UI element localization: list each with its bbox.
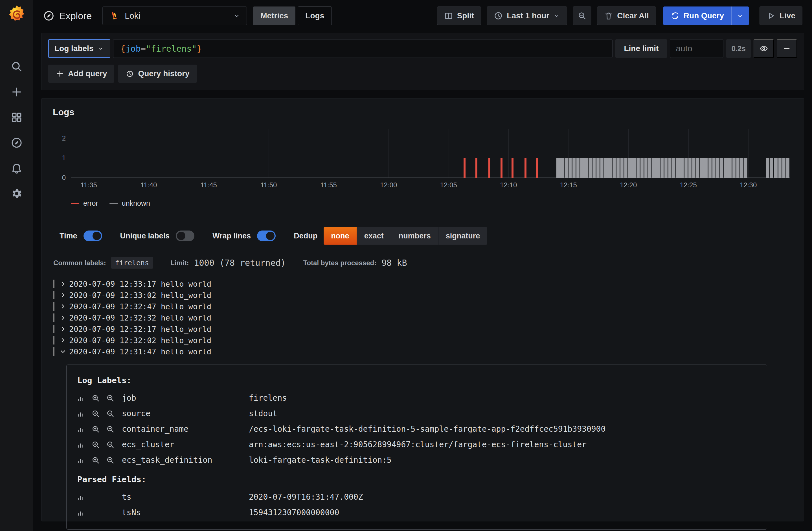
histogram-bar-unknown[interactable] <box>652 158 655 178</box>
histogram-bar-unknown[interactable] <box>576 158 580 178</box>
live-button[interactable]: Live <box>759 6 802 25</box>
stats-icon[interactable] <box>77 410 85 418</box>
histogram-bar-error[interactable] <box>511 158 513 178</box>
logs-histogram[interactable]: 11:3511:4011:4511:5011:5512:0012:0512:10… <box>53 129 793 191</box>
histogram-bar-unknown[interactable] <box>620 158 624 178</box>
histogram-bar-unknown[interactable] <box>692 158 695 178</box>
histogram-bar-error[interactable] <box>475 158 477 178</box>
grafana-logo[interactable] <box>8 4 26 23</box>
log-row[interactable]: 2020-07-09 12:32:47 hello_world <box>53 301 793 312</box>
query-history-button[interactable]: Query history <box>118 64 197 83</box>
time-range-picker[interactable]: Last 1 hour <box>487 6 567 25</box>
histogram-bar-unknown[interactable] <box>728 158 731 178</box>
histogram-bar-unknown[interactable] <box>712 158 715 178</box>
histogram-bar-unknown[interactable] <box>786 158 789 178</box>
tab-metrics[interactable]: Metrics <box>253 6 295 25</box>
histogram-bar-unknown[interactable] <box>572 158 576 178</box>
clear-all-button[interactable]: Clear All <box>597 6 656 25</box>
histogram-bar-unknown[interactable] <box>612 158 615 178</box>
histogram-bar-unknown[interactable] <box>782 158 785 178</box>
log-row[interactable]: 2020-07-09 12:32:02 hello_world <box>53 335 793 346</box>
histogram-bar-unknown[interactable] <box>624 158 627 178</box>
histogram-bar-unknown[interactable] <box>680 158 683 178</box>
remove-query-button[interactable] <box>777 39 797 58</box>
histogram-bar-unknown[interactable] <box>720 158 723 178</box>
toggle-unique-labels[interactable] <box>176 230 194 241</box>
histogram-bar-unknown[interactable] <box>740 158 743 178</box>
log-row[interactable]: 2020-07-09 12:32:32 hello_world <box>53 312 793 323</box>
histogram-bar-unknown[interactable] <box>593 158 596 178</box>
histogram-bar-unknown[interactable] <box>733 158 736 178</box>
stats-icon[interactable] <box>77 456 85 464</box>
filter-for-label-icon[interactable] <box>91 425 100 433</box>
histogram-bar-unknown[interactable] <box>600 158 604 178</box>
histogram-bar-error[interactable] <box>488 158 490 178</box>
stats-icon[interactable] <box>77 394 85 402</box>
histogram-bar-unknown[interactable] <box>770 158 773 178</box>
disable-query-button[interactable] <box>754 39 774 58</box>
toggle-time[interactable] <box>84 230 102 241</box>
histogram-bar-unknown[interactable] <box>589 158 592 178</box>
filter-for-label-icon[interactable] <box>91 394 100 402</box>
sidebar-item-explore[interactable] <box>11 137 23 149</box>
histogram-bar-unknown[interactable] <box>684 158 687 178</box>
histogram-bar-unknown[interactable] <box>584 158 588 178</box>
histogram-bar-unknown[interactable] <box>661 158 664 178</box>
histogram-bar-error[interactable] <box>524 158 526 178</box>
histogram-bar-unknown[interactable] <box>676 158 679 178</box>
run-query-button[interactable]: Run Query <box>663 6 749 25</box>
histogram-bar-unknown[interactable] <box>568 158 571 178</box>
histogram-bar-unknown[interactable] <box>744 158 748 178</box>
histogram-bar-unknown[interactable] <box>700 158 704 178</box>
log-labels-button[interactable]: Log labels <box>48 39 110 58</box>
histogram-bar-unknown[interactable] <box>560 158 563 178</box>
run-query-main[interactable]: Run Query <box>663 6 731 25</box>
histogram-bar-unknown[interactable] <box>632 158 635 178</box>
histogram-bar-unknown[interactable] <box>608 158 611 178</box>
histogram-bar-unknown[interactable] <box>766 158 769 178</box>
histogram-bar-unknown[interactable] <box>668 158 671 178</box>
dedup-option-none[interactable]: none <box>324 227 357 245</box>
histogram-bar-unknown[interactable] <box>580 158 583 178</box>
dedup-option-exact[interactable]: exact <box>357 227 391 245</box>
dedup-option-signature[interactable]: signature <box>438 227 488 245</box>
histogram-bar-unknown[interactable] <box>604 158 607 178</box>
toggle-wrap-lines[interactable] <box>257 230 276 241</box>
histogram-bar-unknown[interactable] <box>672 158 676 178</box>
histogram-bar-unknown[interactable] <box>688 158 692 178</box>
datasource-picker[interactable]: Loki <box>102 6 247 25</box>
histogram-bar-unknown[interactable] <box>617 158 620 178</box>
stats-icon[interactable] <box>77 493 85 501</box>
filter-for-label-icon[interactable] <box>91 456 100 464</box>
log-row[interactable]: 2020-07-09 12:33:17 hello_world <box>53 278 793 289</box>
filter-out-label-icon[interactable] <box>106 410 115 418</box>
zoom-out-button[interactable] <box>573 6 591 25</box>
filter-out-label-icon[interactable] <box>106 441 115 449</box>
log-row[interactable]: 2020-07-09 12:31:47 hello_world <box>53 346 793 357</box>
histogram-bar-unknown[interactable] <box>716 158 720 178</box>
stats-icon[interactable] <box>77 508 85 517</box>
filter-out-label-icon[interactable] <box>106 456 115 464</box>
sidebar-item-dashboards[interactable] <box>11 111 23 124</box>
histogram-bar-unknown[interactable] <box>596 158 599 178</box>
histogram-bar-error[interactable] <box>464 158 465 178</box>
histogram-bar-unknown[interactable] <box>565 158 568 178</box>
histogram-bar-unknown[interactable] <box>656 158 659 178</box>
histogram-bar-unknown[interactable] <box>556 158 560 178</box>
histogram-bar-unknown[interactable] <box>724 158 727 178</box>
histogram-bar-unknown[interactable] <box>779 158 782 178</box>
add-query-button[interactable]: Add query <box>48 64 114 83</box>
legend-item-unknown[interactable]: unknown <box>110 199 150 207</box>
histogram-bar-error[interactable] <box>501 158 503 178</box>
histogram-bar-unknown[interactable] <box>640 158 643 178</box>
histogram-bar-error[interactable] <box>536 158 538 178</box>
sidebar-item-search[interactable] <box>11 60 23 73</box>
histogram-bar-unknown[interactable] <box>648 158 651 178</box>
run-query-dropdown[interactable] <box>731 6 749 25</box>
filter-out-label-icon[interactable] <box>106 425 115 433</box>
filter-for-label-icon[interactable] <box>91 410 100 418</box>
tab-logs[interactable]: Logs <box>298 6 332 25</box>
filter-for-label-icon[interactable] <box>91 441 100 449</box>
histogram-bar-unknown[interactable] <box>644 158 648 178</box>
histogram-bar-unknown[interactable] <box>774 158 777 178</box>
